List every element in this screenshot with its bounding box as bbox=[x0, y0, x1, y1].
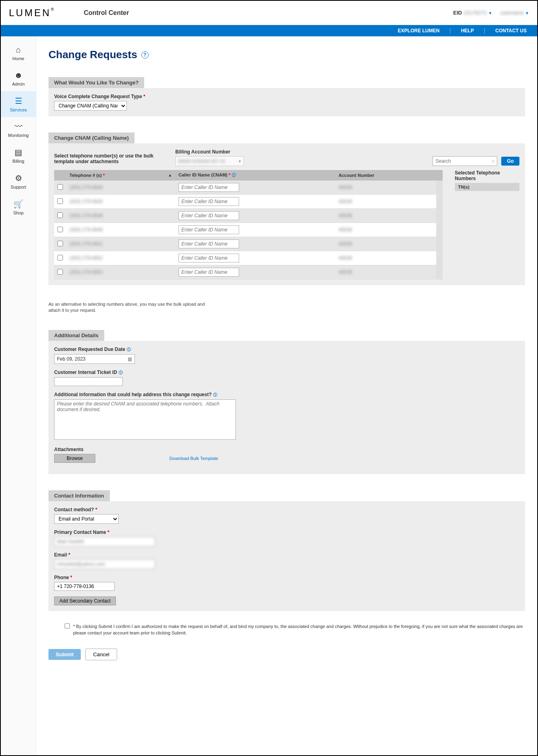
sidebar-item-admin[interactable]: ☻Admin bbox=[1, 66, 36, 91]
sidebar: ⌂Home ☻Admin ☰Services 〰Monitoring ▤Bill… bbox=[1, 36, 36, 755]
selected-numbers-title: Selected Telephone Numbers bbox=[455, 170, 519, 181]
account-cell: 40038 bbox=[338, 255, 352, 261]
col-cnam[interactable]: Caller ID Name (CNAM) *ⓘ bbox=[175, 170, 335, 181]
instruction-label: Select telephone number(s) or use the bu… bbox=[54, 153, 159, 164]
section-details-tab: Additional Details bbox=[48, 330, 104, 341]
app-title: Control Center bbox=[84, 9, 129, 17]
row-checkbox[interactable] bbox=[57, 255, 63, 260]
cnam-input[interactable] bbox=[179, 268, 239, 277]
row-checkbox[interactable] bbox=[57, 198, 63, 204]
info-icon[interactable]: ⓘ bbox=[213, 393, 217, 397]
email-input[interactable] bbox=[54, 559, 155, 569]
contact-name-label: Primary Contact Name * bbox=[54, 529, 519, 535]
telephone-cell: (303) 279-0649 bbox=[69, 227, 103, 233]
section-cnam-tab: Change CNAM (Calling Name) bbox=[48, 132, 134, 143]
sidebar-item-shop[interactable]: 🛒Shop bbox=[1, 194, 36, 220]
telephone-cell: (303) 279-0651 bbox=[69, 241, 103, 247]
account-cell: 40038 bbox=[338, 269, 352, 275]
row-checkbox[interactable] bbox=[57, 184, 63, 190]
row-checkbox[interactable] bbox=[57, 212, 63, 218]
chevron-down-icon: ▼ bbox=[488, 11, 492, 15]
cnam-input[interactable] bbox=[179, 254, 239, 262]
home-icon: ⌂ bbox=[16, 45, 21, 55]
phone-label: Phone * bbox=[54, 575, 519, 580]
submit-button[interactable]: Submit bbox=[48, 649, 81, 660]
table-row: (303) 279-0606 40038 bbox=[54, 181, 443, 195]
cnam-input[interactable] bbox=[179, 225, 239, 234]
sidebar-item-services[interactable]: ☰Services bbox=[1, 91, 36, 117]
chevron-down-icon: ▼ bbox=[525, 11, 529, 15]
row-checkbox[interactable] bbox=[57, 227, 63, 232]
info-icon[interactable]: ⓘ bbox=[232, 173, 236, 177]
gear-icon: ⚙ bbox=[15, 173, 22, 183]
user-dropdown[interactable]: username ▼ bbox=[500, 10, 529, 16]
sidebar-item-billing[interactable]: ▤Billing bbox=[1, 143, 36, 168]
additional-info-textarea[interactable] bbox=[54, 399, 236, 440]
ticket-input[interactable] bbox=[54, 377, 123, 386]
pulse-icon: 〰 bbox=[15, 122, 23, 131]
account-cell: 40038 bbox=[338, 241, 352, 247]
telephone-cell: (303) 279-0652 bbox=[69, 255, 103, 261]
due-date-label: Customer Requested Due Dateⓘ bbox=[54, 346, 519, 353]
help-link[interactable]: HELP bbox=[458, 28, 476, 34]
change-type-label: Voice Complete Change Request Type * bbox=[54, 94, 519, 99]
table-row: (303) 279-0652 40038 bbox=[54, 251, 443, 265]
telephone-cell: (303) 279-0653 bbox=[69, 269, 103, 275]
account-cell: 40038 bbox=[338, 227, 352, 233]
phone-input[interactable] bbox=[54, 582, 115, 591]
download-template-link[interactable]: Download Bulk Template bbox=[169, 456, 218, 461]
sidebar-item-home[interactable]: ⌂Home bbox=[1, 40, 36, 66]
go-button[interactable]: Go bbox=[501, 157, 519, 166]
disclaimer-text: * By clicking Submit I confirm I am auth… bbox=[73, 623, 525, 636]
sidebar-item-support[interactable]: ⚙Support bbox=[1, 168, 36, 194]
disclaimer-checkbox[interactable] bbox=[65, 623, 70, 629]
attachments-label: Attachments bbox=[54, 447, 519, 452]
cnam-input[interactable] bbox=[179, 239, 239, 248]
contact-link[interactable]: CONTACT US bbox=[493, 28, 529, 34]
account-cell: 40038 bbox=[338, 213, 352, 218]
billing-account-dropdown[interactable]: 80000-SUNDAY-047-10 ▾ bbox=[175, 156, 244, 166]
user-icon: ☻ bbox=[14, 71, 23, 80]
row-checkbox[interactable] bbox=[57, 269, 63, 275]
cnam-input[interactable] bbox=[179, 197, 239, 206]
calendar-icon: ▦ bbox=[128, 356, 132, 362]
billing-label: Billing Account Number bbox=[175, 149, 244, 155]
additional-info-label: Additional information that could help a… bbox=[54, 392, 519, 398]
eid-dropdown[interactable]: EID 10178272 ▼ bbox=[453, 10, 492, 16]
telephone-cell: (303) 279-0640 bbox=[69, 199, 103, 204]
telephone-cell: (303) 279-0648 bbox=[69, 213, 103, 218]
topbar: LUMEN® Control Center EID 10178272 ▼ use… bbox=[1, 1, 537, 25]
change-type-select[interactable]: Change CNAM (Calling Nam bbox=[54, 101, 127, 111]
info-icon[interactable]: ⓘ bbox=[119, 370, 123, 375]
document-icon: ▤ bbox=[15, 147, 22, 157]
contact-method-select[interactable]: Email and Portal bbox=[54, 514, 119, 524]
bluebar: EXPLORE LUMEN HELP CONTACT US bbox=[1, 25, 537, 36]
sidebar-item-monitoring[interactable]: 〰Monitoring bbox=[1, 117, 36, 143]
ticket-label: Customer Internal Ticket IDⓘ bbox=[54, 370, 519, 376]
search-input[interactable] bbox=[433, 156, 497, 166]
info-icon[interactable]: ⓘ bbox=[127, 347, 131, 352]
browse-button[interactable]: Browse bbox=[54, 454, 95, 463]
account-cell: 40038 bbox=[338, 185, 352, 190]
list-icon: ☰ bbox=[15, 96, 22, 106]
table-row: (303) 279-0648 40038 bbox=[54, 209, 443, 223]
help-icon[interactable]: ? bbox=[141, 51, 149, 59]
due-date-input[interactable]: Feb 09, 2023 ▦ bbox=[54, 354, 135, 364]
col-account[interactable]: Account Number bbox=[335, 170, 436, 181]
row-checkbox[interactable] bbox=[57, 241, 63, 246]
cnam-input[interactable] bbox=[179, 211, 239, 220]
tn-header: TN(s) bbox=[455, 183, 519, 191]
add-secondary-contact-button[interactable]: Add Secondary Contact bbox=[54, 596, 116, 605]
cnam-input[interactable] bbox=[179, 183, 239, 192]
col-telephone[interactable]: Telephone # (s) * ▲ bbox=[66, 170, 175, 181]
telephone-table: Telephone # (s) * ▲ Caller ID Name (CNAM… bbox=[54, 170, 443, 279]
cancel-button[interactable]: Cancel bbox=[85, 649, 117, 660]
logo: LUMEN® bbox=[9, 7, 55, 19]
table-row: (303) 279-0653 40038 bbox=[54, 265, 443, 279]
section-change-type-tab: What Would You Like To Change? bbox=[48, 77, 144, 88]
table-row: (303) 279-0651 40038 bbox=[54, 237, 443, 251]
telephone-cell: (303) 279-0606 bbox=[69, 185, 103, 190]
explore-link[interactable]: EXPLORE LUMEN bbox=[395, 28, 442, 34]
page-title: Change Requests ? bbox=[48, 48, 525, 61]
contact-name-input[interactable] bbox=[54, 537, 155, 546]
